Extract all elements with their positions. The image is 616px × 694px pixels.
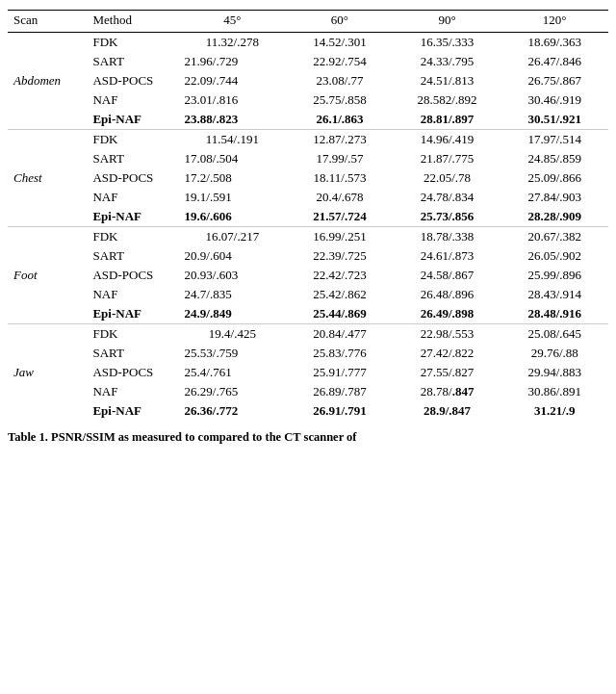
method-cell: NAF — [87, 382, 178, 401]
scan-label: Jaw — [8, 324, 87, 422]
data-cell: 29.94/.883 — [500, 363, 608, 382]
data-cell: 14.96/.419 — [394, 130, 501, 150]
data-cell: 11.32/.278 — [179, 33, 287, 53]
method-cell: SART — [87, 149, 178, 168]
method-cell: FDK — [87, 130, 178, 150]
data-cell: 30.51/.921 — [500, 110, 608, 130]
method-cell: NAF — [87, 90, 178, 110]
method-cell: Epi-NAF — [87, 207, 178, 227]
table-row: ASD-POCS25.4/.76125.91/.77727.55/.82729.… — [8, 363, 608, 382]
data-cell: 19.4/.425 — [179, 324, 287, 345]
data-cell: 25.42/.862 — [286, 285, 394, 304]
data-cell: 17.99/.57 — [286, 149, 394, 168]
method-cell: Epi-NAF — [87, 304, 178, 324]
header-120: 120° — [500, 11, 608, 33]
method-cell: SART — [87, 344, 178, 363]
table-row: JawFDK19.4/.42520.84/.47722.98/.55325.08… — [8, 324, 608, 345]
data-cell: 22.39/.725 — [286, 246, 394, 266]
data-cell: 17.2/.508 — [179, 168, 287, 188]
data-cell: 28.28/.909 — [500, 207, 608, 227]
data-cell: 14.52/.301 — [286, 33, 394, 53]
data-cell: 25.09/.866 — [500, 168, 608, 188]
table-row: AbdomenFDK11.32/.27814.52/.30116.35/.333… — [8, 33, 608, 53]
data-cell: 28.582/.892 — [394, 90, 501, 110]
data-cell: 24.51/.813 — [394, 71, 501, 90]
table-header-row: Scan Method 45° 60° 90° 120° — [8, 11, 608, 33]
data-cell: 25.44/.869 — [286, 304, 394, 324]
data-cell: 22.05/.78 — [394, 168, 501, 188]
data-cell: 26.49/.898 — [394, 304, 501, 324]
data-cell: 28.43/.914 — [500, 285, 608, 304]
scan-label: Abdomen — [8, 33, 87, 130]
data-cell: 26.89/.787 — [286, 382, 394, 401]
header-90: 90° — [394, 11, 501, 33]
method-cell: Epi-NAF — [87, 110, 178, 130]
data-cell: 27.55/.827 — [394, 363, 501, 382]
data-cell: 26.29/.765 — [179, 382, 287, 401]
data-cell: 26.47/.846 — [500, 52, 608, 71]
data-cell: 22.98/.553 — [394, 324, 501, 345]
data-cell: 26.91/.791 — [286, 401, 394, 421]
data-cell: 26.48/.896 — [394, 285, 501, 304]
data-cell: 26.05/.902 — [500, 246, 608, 266]
data-cell: 23.88/.823 — [179, 110, 287, 130]
table-row: NAF24.7/.83525.42/.86226.48/.89628.43/.9… — [8, 285, 608, 304]
data-cell: 21.57/.724 — [286, 207, 394, 227]
table-caption: Table 1. PSNR/SSIM as measured to compar… — [8, 430, 608, 445]
table-row: SART25.53/.75925.83/.77627.42/.82229.76/… — [8, 344, 608, 363]
data-cell: 31.21/.9 — [500, 401, 608, 421]
data-cell: 25.99/.896 — [500, 266, 608, 285]
table-row: SART17.08/.50417.99/.5721.87/.77524.85/.… — [8, 149, 608, 168]
data-cell: 28.81/.897 — [394, 110, 501, 130]
table-row: ASD-POCS17.2/.50818.11/.57322.05/.7825.0… — [8, 168, 608, 188]
method-cell: Epi-NAF — [87, 401, 178, 421]
data-cell: 26.75/.867 — [500, 71, 608, 90]
data-cell: 22.92/.754 — [286, 52, 394, 71]
header-scan: Scan — [8, 11, 87, 33]
data-cell: 20.67/.382 — [500, 227, 608, 247]
data-cell: 20.93/.603 — [179, 266, 287, 285]
header-60: 60° — [286, 11, 394, 33]
data-cell: 24.78/.834 — [394, 188, 501, 207]
data-cell: 20.4/.678 — [286, 188, 394, 207]
data-cell: 25.91/.777 — [286, 363, 394, 382]
method-cell: NAF — [87, 285, 178, 304]
table-row: ASD-POCS22.09/.74423.08/.7724.51/.81326.… — [8, 71, 608, 90]
data-cell: 25.08/.645 — [500, 324, 608, 345]
data-cell: 21.96/.729 — [179, 52, 287, 71]
data-cell: 17.97/.514 — [500, 130, 608, 150]
data-cell: 23.01/.816 — [179, 90, 287, 110]
table-row: FootFDK16.07/.21716.99/.25118.78/.33820.… — [8, 227, 608, 247]
method-cell: ASD-POCS — [87, 71, 178, 90]
data-cell: 19.1/.591 — [179, 188, 287, 207]
data-cell: 24.61/.873 — [394, 246, 501, 266]
method-cell: ASD-POCS — [87, 168, 178, 188]
data-cell: 24.58/.867 — [394, 266, 501, 285]
header-45: 45° — [179, 11, 287, 33]
data-cell: 29.76/.88 — [500, 344, 608, 363]
table-row: ChestFDK11.54/.19112.87/.27314.96/.41917… — [8, 130, 608, 150]
table-row: SART21.96/.72922.92/.75424.33/.79526.47/… — [8, 52, 608, 71]
data-cell: 18.11/.573 — [286, 168, 394, 188]
table-row: NAF19.1/.59120.4/.67824.78/.83427.84/.90… — [8, 188, 608, 207]
table-row: Epi-NAF23.88/.82326.1/.86328.81/.89730.5… — [8, 110, 608, 130]
data-cell: 19.6/.606 — [179, 207, 287, 227]
data-cell: 17.08/.504 — [179, 149, 287, 168]
data-cell: 25.53/.759 — [179, 344, 287, 363]
method-cell: FDK — [87, 227, 178, 247]
table-row: Epi-NAF24.9/.84925.44/.86926.49/.89828.4… — [8, 304, 608, 324]
data-cell: 24.9/.849 — [179, 304, 287, 324]
data-cell: 16.99/.251 — [286, 227, 394, 247]
data-cell: 25.73/.856 — [394, 207, 501, 227]
data-cell: 18.78/.338 — [394, 227, 501, 247]
data-cell: 18.69/.363 — [500, 33, 608, 53]
table-row: NAF23.01/.81625.75/.85828.582/.89230.46/… — [8, 90, 608, 110]
caption-bold-text: Table 1. PSNR/SSIM as measured to compar… — [8, 430, 357, 444]
data-cell: 20.9/.604 — [179, 246, 287, 266]
method-cell: NAF — [87, 188, 178, 207]
data-cell: 24.7/.835 — [179, 285, 287, 304]
data-cell: 27.84/.903 — [500, 188, 608, 207]
data-cell: 28.78/.847 — [394, 382, 501, 401]
method-cell: FDK — [87, 324, 178, 345]
method-cell: SART — [87, 246, 178, 266]
